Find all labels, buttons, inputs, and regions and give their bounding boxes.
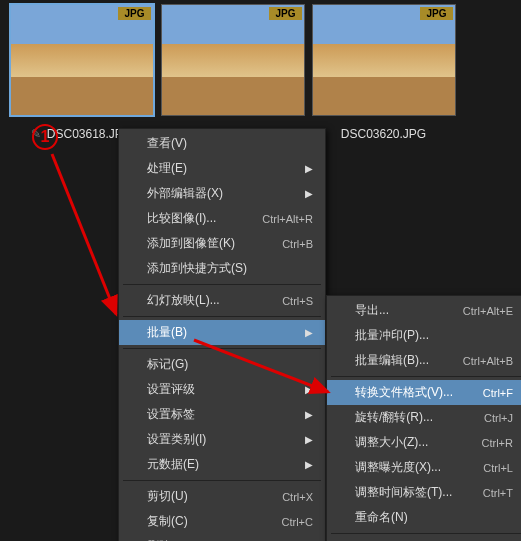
menu-item-label: 旋转/翻转(R)... bbox=[355, 409, 466, 426]
menu-item-label: 标记(G) bbox=[147, 356, 313, 373]
menu-item[interactable]: 外部编辑器(X)▶ bbox=[119, 181, 325, 206]
menu-item[interactable]: 查看(V) bbox=[119, 131, 325, 156]
menu-item-shortcut: Ctrl+J bbox=[484, 412, 513, 424]
thumbnail-image: JPG bbox=[10, 4, 154, 116]
menu-item-shortcut: Ctrl+R bbox=[482, 437, 513, 449]
menu-separator bbox=[123, 480, 321, 481]
menu-item[interactable]: 导出...Ctrl+Alt+E bbox=[327, 298, 521, 323]
menu-separator bbox=[331, 533, 521, 534]
menu-item[interactable]: 转换 ICC 配置文件(L)... bbox=[327, 537, 521, 541]
thumbnail-item[interactable]: JPG DSC03620.JPG bbox=[310, 4, 457, 144]
menu-separator bbox=[123, 284, 321, 285]
menu-item-label: 添加到图像筐(K) bbox=[147, 235, 264, 252]
submenu-arrow-icon: ▶ bbox=[305, 409, 313, 420]
menu-item-label: 查看(V) bbox=[147, 135, 313, 152]
menu-item-shortcut: Ctrl+T bbox=[483, 487, 513, 499]
menu-item-label: 调整曝光度(X)... bbox=[355, 459, 465, 476]
menu-item[interactable]: 添加到快捷方式(S) bbox=[119, 256, 325, 281]
menu-item[interactable]: 复制(C)Ctrl+C bbox=[119, 509, 325, 534]
submenu-arrow-icon: ▶ bbox=[305, 459, 313, 470]
submenu-arrow-icon: ▶ bbox=[305, 384, 313, 395]
thumbnail-strip: JPG ✎ DSC03618.JPG JPG JPG DSC03620.JPG bbox=[0, 0, 521, 144]
menu-item-shortcut: Ctrl+Alt+E bbox=[463, 305, 513, 317]
menu-item[interactable]: 设置类别(I)▶ bbox=[119, 427, 325, 452]
menu-item-label: 元数据(E) bbox=[147, 456, 287, 473]
menu-item[interactable]: 调整曝光度(X)...Ctrl+L bbox=[327, 455, 521, 480]
thumbnail-item[interactable]: JPG bbox=[159, 4, 306, 144]
menu-item[interactable]: 添加到图像筐(K)Ctrl+B bbox=[119, 231, 325, 256]
thumbnail-label: DSC03620.JPG bbox=[341, 127, 426, 141]
thumbnail-item[interactable]: JPG ✎ DSC03618.JPG bbox=[8, 4, 155, 144]
menu-item-label: 复制(C) bbox=[147, 513, 264, 530]
menu-item[interactable]: 旋转/翻转(R)...Ctrl+J bbox=[327, 405, 521, 430]
submenu-arrow-icon: ▶ bbox=[305, 434, 313, 445]
menu-item[interactable]: 批量(B)▶ bbox=[119, 320, 325, 345]
menu-item-label: 设置类别(I) bbox=[147, 431, 287, 448]
menu-item-shortcut: Ctrl+X bbox=[282, 491, 313, 503]
thumbnail-image: JPG bbox=[161, 4, 305, 116]
menu-separator bbox=[123, 316, 321, 317]
menu-item[interactable]: 幻灯放映(L)...Ctrl+S bbox=[119, 288, 325, 313]
format-badge: JPG bbox=[420, 7, 452, 20]
menu-item[interactable]: 调整大小(Z)...Ctrl+R bbox=[327, 430, 521, 455]
menu-item[interactable]: 设置标签▶ bbox=[119, 402, 325, 427]
menu-item-label: 重命名(N) bbox=[355, 509, 513, 526]
menu-item[interactable]: 设置评级▶ bbox=[119, 377, 325, 402]
menu-item[interactable]: 转换文件格式(V)...Ctrl+F bbox=[327, 380, 521, 405]
menu-item-label: 剪切(U) bbox=[147, 488, 264, 505]
menu-item[interactable]: 比较图像(I)...Ctrl+Alt+R bbox=[119, 206, 325, 231]
menu-item-label: 转换文件格式(V)... bbox=[355, 384, 465, 401]
menu-separator bbox=[123, 348, 321, 349]
menu-item[interactable]: 处理(E)▶ bbox=[119, 156, 325, 181]
menu-item-label: 调整时间标签(T)... bbox=[355, 484, 465, 501]
menu-item-shortcut: Ctrl+Alt+B bbox=[463, 355, 513, 367]
annotation-circle-1: 1 bbox=[32, 124, 58, 150]
menu-item[interactable]: 删除(D)Delete bbox=[119, 534, 325, 541]
menu-item-label: 调整大小(Z)... bbox=[355, 434, 464, 451]
menu-item[interactable]: 剪切(U)Ctrl+X bbox=[119, 484, 325, 509]
arrow-1 bbox=[52, 154, 116, 314]
submenu-arrow-icon: ▶ bbox=[305, 188, 313, 199]
context-submenu-batch: 导出...Ctrl+Alt+E批量冲印(P)...批量编辑(B)...Ctrl+… bbox=[326, 295, 521, 541]
menu-item-shortcut: Ctrl+S bbox=[282, 295, 313, 307]
menu-item[interactable]: 调整时间标签(T)...Ctrl+T bbox=[327, 480, 521, 505]
menu-separator bbox=[331, 376, 521, 377]
menu-item-label: 批量冲印(P)... bbox=[355, 327, 513, 344]
submenu-arrow-icon: ▶ bbox=[305, 327, 313, 338]
menu-item-shortcut: Ctrl+Alt+R bbox=[262, 213, 313, 225]
submenu-arrow-icon: ▶ bbox=[305, 163, 313, 174]
menu-item-label: 比较图像(I)... bbox=[147, 210, 244, 227]
menu-item-label: 处理(E) bbox=[147, 160, 287, 177]
menu-item-shortcut: Ctrl+B bbox=[282, 238, 313, 250]
menu-item-label: 设置标签 bbox=[147, 406, 287, 423]
thumbnail-image: JPG bbox=[312, 4, 456, 116]
format-badge: JPG bbox=[269, 7, 301, 20]
menu-item[interactable]: 元数据(E)▶ bbox=[119, 452, 325, 477]
menu-item-label: 设置评级 bbox=[147, 381, 287, 398]
menu-item[interactable]: 标记(G) bbox=[119, 352, 325, 377]
menu-item[interactable]: 批量冲印(P)... bbox=[327, 323, 521, 348]
menu-item-shortcut: Ctrl+L bbox=[483, 462, 513, 474]
menu-item-label: 导出... bbox=[355, 302, 445, 319]
menu-item-label: 批量编辑(B)... bbox=[355, 352, 445, 369]
menu-item-shortcut: Ctrl+C bbox=[282, 516, 313, 528]
menu-item[interactable]: 批量编辑(B)...Ctrl+Alt+B bbox=[327, 348, 521, 373]
menu-item-label: 幻灯放映(L)... bbox=[147, 292, 264, 309]
menu-item-label: 添加到快捷方式(S) bbox=[147, 260, 313, 277]
menu-item-label: 外部编辑器(X) bbox=[147, 185, 287, 202]
context-menu-main: 查看(V)处理(E)▶外部编辑器(X)▶比较图像(I)...Ctrl+Alt+R… bbox=[118, 128, 326, 541]
menu-item-label: 批量(B) bbox=[147, 324, 287, 341]
menu-item[interactable]: 重命名(N) bbox=[327, 505, 521, 530]
format-badge: JPG bbox=[118, 7, 150, 20]
menu-item-shortcut: Ctrl+F bbox=[483, 387, 513, 399]
